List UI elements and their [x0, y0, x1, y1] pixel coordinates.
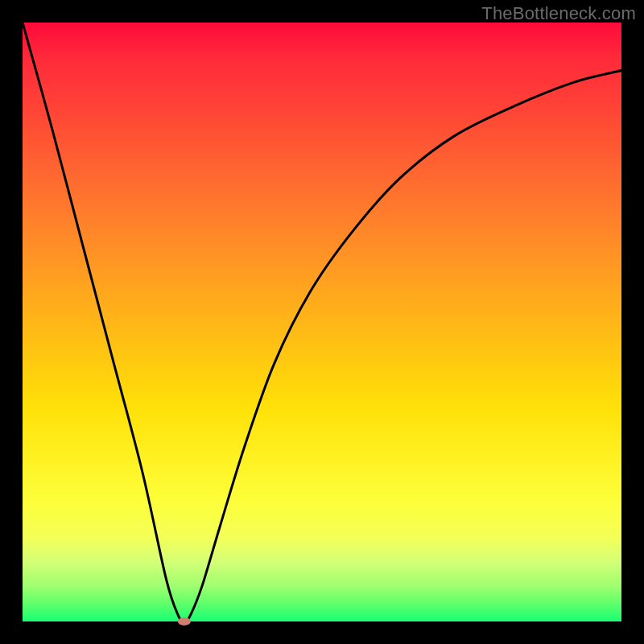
bottleneck-curve [23, 23, 621, 621]
plot-area [23, 23, 621, 621]
watermark-text: TheBottleneck.com [481, 3, 636, 24]
minimum-marker [178, 617, 191, 625]
curve-layer [23, 23, 621, 621]
chart-container: TheBottleneck.com [0, 0, 644, 644]
